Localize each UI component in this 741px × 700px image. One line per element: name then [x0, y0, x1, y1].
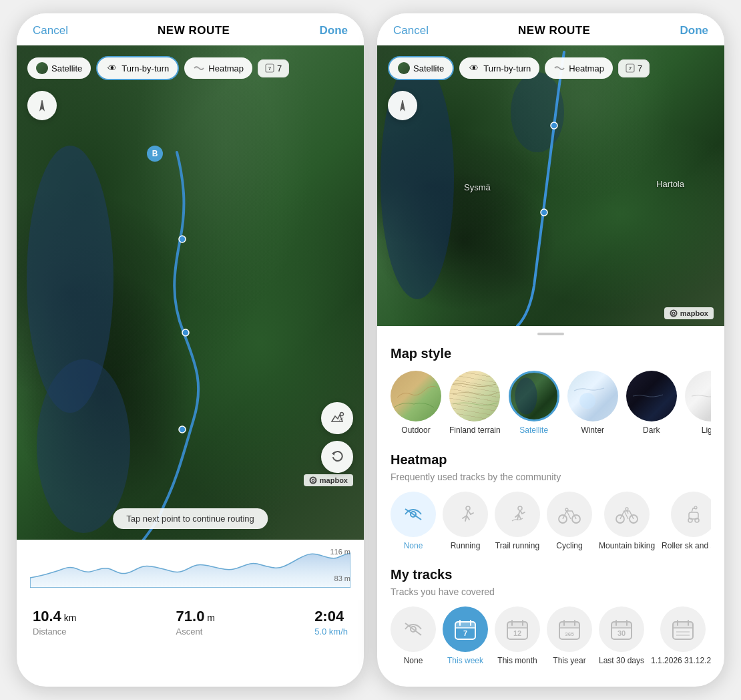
left-map[interactable]: Satellite 👁 Turn-by-turn Heatmap 7 7: [17, 45, 364, 540]
left-cancel-button[interactable]: Cancel: [33, 24, 68, 37]
winter-thumb: [567, 371, 618, 421]
mapbox-text: mapbox: [320, 476, 348, 484]
track-custom[interactable]: 1.1.2026 31.12.20: [651, 606, 711, 667]
track-week[interactable]: 7 This week: [443, 606, 488, 667]
left-location-button[interactable]: [27, 91, 57, 120]
right-mapbox-logo: mapbox: [664, 307, 714, 319]
tap-instruction: Tap next point to continue routing: [113, 508, 268, 529]
right-satellite-button[interactable]: Satellite: [388, 56, 454, 80]
svg-rect-57: [559, 622, 579, 628]
heatmap-roller[interactable]: Roller sk and skat: [662, 492, 711, 552]
right-cancel-button[interactable]: Cancel: [393, 24, 429, 37]
heatmap-none[interactable]: None: [391, 492, 436, 552]
speed-label: 5.0 km/h: [314, 627, 348, 637]
heatmap-trail-label: Trail running: [495, 541, 539, 552]
left-done-button[interactable]: Done: [320, 24, 348, 37]
svg-line-29: [405, 509, 421, 520]
ascent-value: 71.0 m: [176, 608, 215, 625]
satellite-label-style: Satellite: [519, 425, 548, 436]
winter-label: Winter: [581, 425, 604, 436]
track-month-label: This month: [497, 656, 537, 667]
dark-thumb: [626, 371, 677, 421]
svg-point-12: [312, 480, 314, 481]
svg-point-31: [518, 506, 522, 510]
right-heatmap-button[interactable]: Heatmap: [545, 57, 613, 79]
svg-text:365: 365: [565, 631, 574, 637]
terrain-button[interactable]: [321, 402, 353, 434]
tracks-subtitle: Tracks you have covered: [391, 586, 711, 597]
sysmä-label: Sysmä: [464, 182, 491, 192]
layer-number: 7: [277, 63, 282, 73]
style-satellite[interactable]: Satellite: [509, 371, 559, 436]
heatmap-cycling-icon: [547, 492, 592, 537]
track-none[interactable]: None: [391, 606, 436, 667]
heatmap-cycling[interactable]: Cycling: [547, 492, 592, 552]
left-layer-number-button[interactable]: 7 7: [258, 59, 289, 77]
right-turn-by-turn-button[interactable]: 👁 Turn-by-turn: [459, 57, 539, 79]
heatmap-subtitle: Frequently used tracks by the community: [391, 472, 711, 482]
right-done-button[interactable]: Done: [680, 24, 709, 37]
elevation-low: 83 m: [330, 574, 350, 582]
light-thumb: [685, 371, 711, 421]
right-layer-number-button[interactable]: 7 7: [618, 59, 650, 77]
time-stat: 2:04 5.0 km/h: [314, 608, 348, 637]
svg-point-3: [182, 329, 189, 336]
left-action-buttons: [321, 402, 353, 473]
svg-rect-51: [507, 622, 527, 628]
left-stats-bar: 10.4 km Distance 71.0 m Ascent 2:04 5.0 …: [17, 600, 364, 650]
heatmap-none-label: None: [404, 541, 423, 552]
panel: Map style Outdoor: [377, 335, 724, 683]
right-phone: Cancel NEW ROUTE Done Sysmä Hartola Sate: [377, 13, 724, 687]
track-last30[interactable]: 30 Last 30 days: [599, 606, 644, 667]
style-outdoor[interactable]: Outdoor: [391, 371, 441, 436]
svg-text:7: 7: [268, 65, 272, 71]
right-map[interactable]: Sysmä Hartola Satellite 👁 Turn-by-turn H…: [377, 45, 724, 326]
heatmap-mountain[interactable]: Mountain biking: [599, 492, 655, 552]
heatmap-icon-left: [193, 62, 205, 74]
elevation-labels: 116 m 83 m: [330, 548, 350, 582]
heatmap-cycling-label: Cycling: [556, 541, 582, 552]
left-page-title: NEW ROUTE: [158, 24, 230, 37]
style-light[interactable]: Light: [685, 371, 711, 436]
style-row: Outdoor Finland terrain: [391, 371, 711, 439]
left-mapbox-logo: mapbox: [304, 474, 353, 486]
svg-marker-14: [332, 452, 334, 456]
left-satellite-button[interactable]: Satellite: [27, 57, 91, 79]
right-turn-by-turn-label: Turn-by-turn: [483, 63, 531, 73]
finland-thumb: [449, 371, 500, 421]
undo-button[interactable]: [321, 441, 353, 473]
calendar-custom-icon: [671, 619, 695, 640]
left-heatmap-button[interactable]: Heatmap: [184, 57, 252, 79]
right-layer-number: 7: [638, 63, 642, 73]
turn-by-turn-label: Turn-by-turn: [121, 63, 169, 73]
calendar-week-icon: 7: [453, 619, 477, 640]
heatmap-trail[interactable]: Trail running: [495, 492, 540, 552]
heatmap-row: None Running: [391, 492, 711, 554]
svg-rect-63: [611, 622, 632, 628]
cycling-icon: [557, 504, 581, 524]
style-dark[interactable]: Dark: [626, 371, 677, 436]
svg-point-2: [179, 236, 186, 242]
right-satellite-label: Satellite: [413, 63, 444, 73]
distance-value: 10.4 km: [33, 608, 76, 625]
svg-point-17: [551, 122, 557, 129]
track-month[interactable]: 12 This month: [495, 606, 540, 667]
heatmap-running[interactable]: Running: [443, 492, 488, 552]
heatmap-section-title: Heatmap: [391, 452, 711, 468]
track-year[interactable]: 365 This year: [547, 606, 592, 667]
style-winter[interactable]: Winter: [567, 371, 618, 436]
calendar-year-icon: 365: [557, 619, 581, 640]
satellite-thumb-style: [509, 371, 559, 421]
terrain-icon: [328, 409, 346, 427]
svg-point-37: [626, 508, 628, 510]
right-location-button[interactable]: [388, 91, 417, 120]
time-value: 2:04: [314, 608, 348, 625]
distance-label: Distance: [33, 627, 76, 637]
mountain-biking-icon: [615, 504, 639, 524]
svg-text:12: 12: [513, 629, 521, 637]
left-turn-by-turn-button[interactable]: 👁 Turn-by-turn: [96, 56, 179, 80]
svg-point-27: [579, 393, 595, 409]
style-finland[interactable]: Finland terrain: [449, 371, 501, 436]
light-label: Light: [702, 425, 711, 436]
svg-point-13: [340, 413, 344, 416]
